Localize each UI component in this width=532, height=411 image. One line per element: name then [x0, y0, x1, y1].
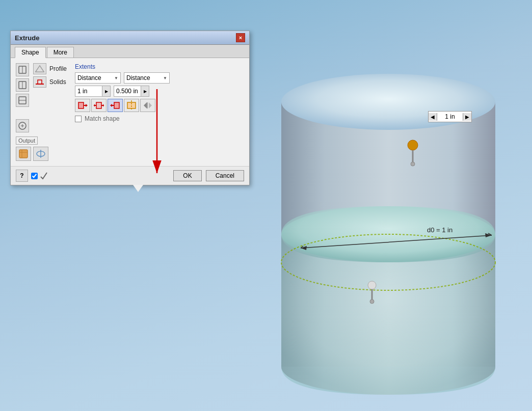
- side-icon-2[interactable]: [16, 78, 29, 92]
- svg-rect-37: [114, 102, 119, 108]
- profile-icon[interactable]: [33, 63, 46, 74]
- svg-marker-27: [36, 66, 44, 72]
- dim-input-right-arrow[interactable]: ▶: [463, 113, 471, 121]
- output-label: Output: [16, 136, 38, 145]
- svg-point-13: [411, 162, 415, 166]
- svg-marker-42: [144, 102, 147, 108]
- bottom-left: ?: [16, 170, 50, 182]
- solids-label: Solids: [49, 78, 66, 86]
- extents-label: Extents: [75, 63, 244, 70]
- dialog-close-button[interactable]: ×: [236, 33, 245, 42]
- extents-value2-input[interactable]: 0.500 in ▶: [114, 86, 149, 97]
- main-row: Profile Solids Extents Distance ▼: [16, 63, 244, 132]
- dialog-pointer: [133, 185, 143, 192]
- extents-section: Extents Distance ▼ Distance ▼ 1 in: [75, 63, 244, 122]
- output-icon-surface[interactable]: [33, 147, 48, 161]
- output-icon-solid[interactable]: [16, 147, 31, 161]
- dialog-titlebar: Extrude ×: [11, 31, 249, 45]
- dialog-body: Profile Solids Extents Distance ▼: [11, 58, 249, 166]
- svg-rect-45: [19, 150, 28, 158]
- match-shape-label: Match shape: [85, 115, 120, 122]
- extents-value1-input[interactable]: 1 in ▶: [75, 86, 111, 97]
- extents-type2-select[interactable]: Distance ▼: [124, 72, 170, 84]
- svg-marker-39: [110, 104, 112, 107]
- dir-btn-1[interactable]: [75, 99, 90, 112]
- bottom-checkbox[interactable]: [31, 173, 38, 179]
- svg-text:d0 = 1 in: d0 = 1 in: [427, 226, 453, 234]
- match-shape-checkbox[interactable]: [75, 116, 82, 122]
- side-icon-3[interactable]: [16, 94, 29, 107]
- side-icon-col: [16, 63, 29, 132]
- profile-row: Profile: [33, 63, 67, 74]
- extrude-dialog: Extrude × Shape More: [10, 31, 250, 185]
- svg-marker-44: [149, 102, 152, 108]
- dir-btn-4[interactable]: [124, 99, 139, 112]
- direction-buttons: [75, 99, 244, 112]
- output-icons: [16, 147, 244, 161]
- output-section: Output: [16, 136, 244, 161]
- side-icon-1[interactable]: [16, 63, 29, 76]
- value2-arrow[interactable]: ▶: [141, 86, 149, 96]
- dir-btn-flip[interactable]: [140, 99, 155, 112]
- profile-solids-section: Profile Solids: [33, 63, 67, 88]
- svg-point-16: [370, 299, 374, 304]
- tab-more[interactable]: More: [47, 47, 74, 58]
- svg-marker-31: [86, 104, 88, 107]
- match-shape-row: Match shape: [75, 115, 244, 122]
- tab-shape[interactable]: Shape: [15, 47, 46, 58]
- dialog-bottom: ? OK Cancel: [11, 166, 249, 185]
- bottom-right: OK Cancel: [173, 170, 244, 181]
- svg-rect-29: [78, 102, 84, 108]
- dimension-input-box: ◀ 1 in ▶: [428, 111, 472, 122]
- bottom-tool-icon: [40, 172, 50, 180]
- dim-input-left-arrow[interactable]: ◀: [429, 113, 437, 121]
- cancel-button[interactable]: Cancel: [206, 170, 244, 181]
- solids-icon[interactable]: [33, 76, 46, 88]
- svg-point-14: [368, 281, 376, 289]
- help-button[interactable]: ?: [16, 170, 28, 182]
- dialog-title: Extrude: [15, 34, 39, 42]
- dialog-tabs: Shape More: [11, 45, 249, 58]
- profile-label: Profile: [49, 65, 67, 72]
- svg-marker-36: [103, 104, 104, 107]
- side-icon-4[interactable]: [16, 119, 29, 132]
- ok-button[interactable]: OK: [173, 170, 201, 181]
- dir-btn-3[interactable]: [108, 99, 123, 112]
- extents-type1-select[interactable]: Distance ▼: [75, 72, 121, 84]
- extents-values-row: 1 in ▶ 0.500 in ▶: [75, 86, 244, 97]
- svg-rect-32: [96, 102, 101, 108]
- solids-row: Solids: [33, 76, 67, 88]
- check-icon-area: [31, 172, 50, 180]
- value1-arrow[interactable]: ▶: [102, 86, 110, 96]
- dir-btn-2[interactable]: [91, 99, 107, 112]
- svg-marker-34: [94, 104, 95, 107]
- extents-dropdowns-row: Distance ▼ Distance ▼: [75, 72, 244, 84]
- dim-input-value[interactable]: 1 in: [437, 113, 463, 120]
- svg-point-11: [408, 140, 418, 150]
